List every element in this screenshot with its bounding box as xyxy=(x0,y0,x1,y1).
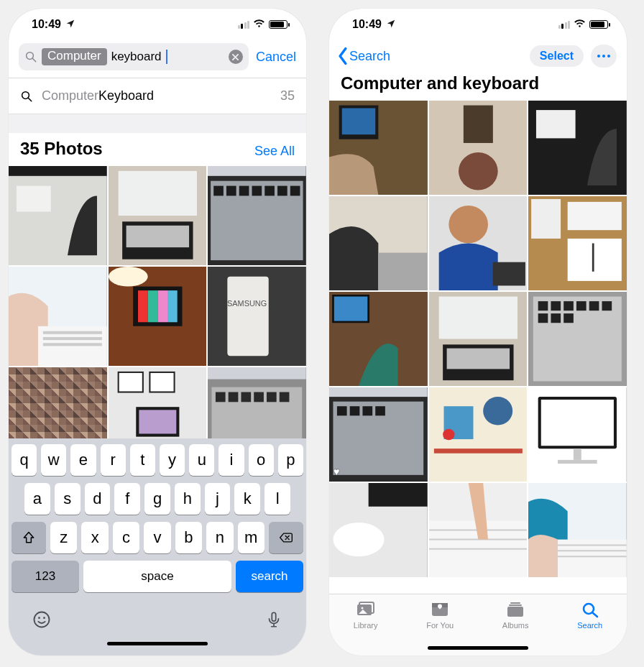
svg-rect-10 xyxy=(126,226,188,247)
select-button[interactable]: Select xyxy=(530,45,584,67)
tab-search[interactable]: Search xyxy=(577,600,602,656)
key-x[interactable]: x xyxy=(81,522,108,553)
photo-thumb[interactable]: SAMSUNG xyxy=(208,267,306,366)
photo-thumb[interactable] xyxy=(429,483,528,577)
key-i[interactable]: i xyxy=(218,444,244,476)
delete-key[interactable] xyxy=(269,522,303,553)
key-w[interactable]: w xyxy=(41,444,66,476)
svg-rect-87 xyxy=(538,313,548,323)
suggestion-match: Keyboard xyxy=(98,88,154,104)
key-b[interactable]: b xyxy=(175,522,202,553)
key-q[interactable]: q xyxy=(12,444,37,476)
key-t[interactable]: t xyxy=(130,444,155,476)
photo-thumb[interactable] xyxy=(528,292,627,386)
search-chip-computer[interactable]: Computer xyxy=(42,48,107,65)
key-p[interactable]: p xyxy=(278,444,303,476)
nav-bar: Search Select xyxy=(329,40,627,70)
page-title: Computer and keyboard xyxy=(329,70,627,101)
emoji-button[interactable] xyxy=(32,610,52,635)
photo-thumb[interactable] xyxy=(9,267,107,366)
phone-search-screen: 10:49 Computer keyboard Cancel xyxy=(9,9,306,656)
more-menu-button[interactable] xyxy=(591,45,617,68)
back-button[interactable]: Search xyxy=(336,47,390,65)
photo-thumb[interactable] xyxy=(429,196,528,290)
cancel-button[interactable]: Cancel xyxy=(256,50,296,65)
svg-rect-83 xyxy=(564,301,574,310)
key-e[interactable]: e xyxy=(70,444,96,476)
key-c[interactable]: c xyxy=(113,522,139,553)
dictation-button[interactable] xyxy=(264,610,283,634)
photo-thumb[interactable] xyxy=(429,292,528,386)
key-r[interactable]: r xyxy=(101,444,126,476)
key-j[interactable]: j xyxy=(205,483,231,515)
search-suggestion-row[interactable]: Computer Keyboard 35 xyxy=(9,78,306,114)
photo-thumb[interactable] xyxy=(528,196,627,290)
photo-thumb[interactable] xyxy=(528,101,627,195)
phone-results-screen: 10:49 Search Select Computer and keyboar… xyxy=(329,9,627,656)
number-key[interactable]: 123 xyxy=(12,561,79,592)
svg-rect-44 xyxy=(216,392,226,402)
key-o[interactable]: o xyxy=(249,444,274,476)
see-all-button[interactable]: See All xyxy=(254,144,295,159)
key-z[interactable]: z xyxy=(50,522,77,553)
svg-rect-5 xyxy=(9,166,107,176)
photo-thumb[interactable] xyxy=(329,101,428,195)
suggestion-count: 35 xyxy=(280,88,295,104)
status-bar: 10:49 xyxy=(9,9,306,40)
photo-thumb[interactable] xyxy=(208,367,306,438)
photo-thumb[interactable] xyxy=(9,166,107,265)
key-h[interactable]: h xyxy=(175,483,201,515)
svg-point-59 xyxy=(459,152,498,190)
search-key[interactable]: search xyxy=(236,561,303,592)
photo-thumb[interactable] xyxy=(329,483,428,577)
photo-thumb[interactable] xyxy=(109,367,207,438)
svg-rect-23 xyxy=(43,331,102,334)
svg-rect-85 xyxy=(589,301,599,310)
space-key[interactable]: space xyxy=(83,561,231,592)
shift-key[interactable] xyxy=(12,522,46,553)
key-m[interactable]: m xyxy=(238,522,264,553)
svg-rect-12 xyxy=(208,166,306,176)
key-f[interactable]: f xyxy=(114,483,140,515)
photo-thumb[interactable] xyxy=(9,367,107,438)
clear-search-button[interactable] xyxy=(229,50,243,64)
photo-thumb[interactable] xyxy=(208,166,306,265)
photo-thumb[interactable] xyxy=(429,101,528,195)
home-indicator[interactable] xyxy=(107,642,208,645)
svg-rect-18 xyxy=(265,186,275,196)
photo-thumb[interactable] xyxy=(329,292,428,386)
photo-thumb[interactable] xyxy=(109,166,207,265)
key-y[interactable]: y xyxy=(160,444,185,476)
tab-bar: Library For You Albums Search xyxy=(329,594,627,656)
svg-rect-71 xyxy=(592,244,594,272)
photo-thumb[interactable] xyxy=(429,387,528,482)
search-field[interactable]: Computer keyboard xyxy=(19,43,249,70)
battery-icon xyxy=(589,20,608,29)
tab-library[interactable]: Library xyxy=(354,600,378,656)
status-time: 10:49 xyxy=(352,18,382,31)
svg-point-50 xyxy=(34,612,50,627)
key-l[interactable]: l xyxy=(264,483,290,515)
svg-rect-74 xyxy=(334,297,367,321)
key-s[interactable]: s xyxy=(55,483,80,515)
home-indicator[interactable] xyxy=(428,646,528,650)
search-icon xyxy=(20,90,33,103)
photo-thumb[interactable] xyxy=(109,267,207,366)
svg-rect-29 xyxy=(147,290,157,322)
key-g[interactable]: g xyxy=(144,483,170,515)
key-u[interactable]: u xyxy=(189,444,214,476)
svg-rect-70 xyxy=(568,239,622,281)
svg-point-122 xyxy=(361,607,363,610)
tab-label: Library xyxy=(354,621,378,630)
svg-rect-109 xyxy=(369,483,428,507)
key-n[interactable]: n xyxy=(206,522,233,553)
svg-rect-91 xyxy=(329,387,428,397)
photo-thumb[interactable] xyxy=(528,387,627,482)
photo-thumb[interactable]: ♥ xyxy=(329,387,428,482)
key-k[interactable]: k xyxy=(234,483,260,515)
key-a[interactable]: a xyxy=(24,483,50,515)
photo-thumb[interactable] xyxy=(528,483,627,577)
key-d[interactable]: d xyxy=(85,483,111,515)
photo-thumb[interactable] xyxy=(329,196,428,290)
key-v[interactable]: v xyxy=(144,522,170,553)
